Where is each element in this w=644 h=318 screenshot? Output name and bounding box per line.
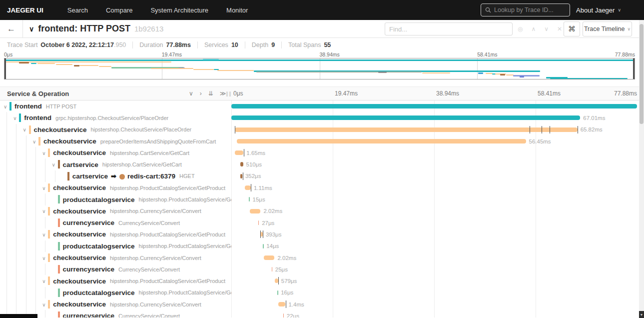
app-brand[interactable]: JAEGER UI [7,6,43,14]
span-name-cell[interactable]: ∨frontendgrpc.hipstershop.CheckoutServic… [0,112,231,124]
service-name: checkoutservice [53,278,106,285]
indent-guide [26,170,26,182]
prev-match-icon[interactable]: ∧ [531,26,536,32]
span-duration-bar[interactable] [240,162,243,166]
span-expand-chevron-icon[interactable]: ∨ [42,278,45,284]
span-expand-chevron-icon[interactable]: ∨ [23,127,26,132]
span-name-cell[interactable]: ∨checkoutservicehipstershop.CurrencyServ… [0,252,231,264]
nav-item-search[interactable]: Search [67,6,88,14]
span-expand-chevron-icon[interactable]: ∨ [3,104,7,109]
indent-guide [16,158,16,170]
span-name-cell[interactable]: ∨checkoutservicehipstershop.ProductCatal… [0,228,231,240]
service-name: checkoutservice [53,184,106,192]
span-duration-bar[interactable] [278,302,286,306]
span-duration-bar[interactable] [264,256,274,260]
span-duration-bar[interactable] [275,278,278,283]
span-expand-chevron-icon[interactable]: ∨ [42,150,45,156]
trace-collapse-toggle-icon[interactable]: ∨ [29,25,34,33]
span-name-cell[interactable]: currencyserviceCurrencyService/Convert [0,264,231,275]
indent-guide [6,124,7,136]
span-expand-chevron-icon[interactable]: ∨ [42,302,45,307]
nav-item-compare[interactable]: Compare [106,6,132,14]
span-name-cell[interactable]: productcatalogservicehipstershop.Product… [0,194,231,205]
nav-item-monitor[interactable]: Monitor [226,6,248,14]
expand-all-icon[interactable]: ≫ [220,90,226,97]
span-name-cell[interactable]: ∨checkoutservicehipstershop.ProductCatal… [0,275,231,286]
match-focus-icon[interactable]: ◎ [518,26,523,32]
span-log-tick [244,149,244,156]
span-name: frontendgrpc.hipstershop.CheckoutService… [24,112,168,124]
minimap-left-handle[interactable] [4,58,6,79]
span-expand-chevron-icon[interactable]: ∨ [42,255,45,260]
span-log-tick [578,126,578,134]
indent-guide [26,194,26,205]
span-duration-bar[interactable] [240,174,242,178]
service-name: checkoutservice [53,230,106,238]
span-duration-bar[interactable] [249,197,250,202]
span-duration-label: 1.4ms [288,298,304,310]
trace-lookup-input[interactable]: Lookup by Trace ID... [481,4,570,16]
span-grid-header: Service & Operation ∨›⇊≫ ∥∥ 0μs19.47ms38… [0,86,644,100]
span-name-cell[interactable]: ∨checkoutserviceprepareOrderItemsAndShip… [0,136,231,147]
span-name-cell[interactable]: currencyserviceCurrencyService/Convert [0,217,231,228]
timeline-minimap[interactable] [4,58,635,80]
span-name-cell[interactable]: productcatalogservicehipstershop.Product… [0,287,231,298]
span-expand-chevron-icon[interactable]: ∨ [42,208,45,214]
span-name-cell[interactable]: ∨checkoutservicehipstershop.ProductCatal… [0,182,231,194]
scrollbar-thumb[interactable] [640,24,644,124]
operation-name: CurrencyService/Convert [118,220,180,226]
vertical-scrollbar[interactable]: ▼ [639,20,644,318]
span-expand-chevron-icon[interactable]: ∨ [32,138,36,144]
keyboard-shortcuts-button[interactable]: ⌘ [564,22,580,36]
service-name: checkoutservice [43,138,96,145]
next-match-icon[interactable]: ∨ [544,26,549,32]
collapse-all-icon[interactable]: ⇊ [208,90,213,97]
operation-name: grpc.hipstershop.CheckoutService/PlaceOr… [55,115,168,121]
span-duration-bar[interactable] [231,116,580,120]
nav-item-system-architecture[interactable]: System Architecture [150,6,208,14]
span-duration-bar[interactable] [277,290,278,295]
span-expand-chevron-icon[interactable]: ∨ [42,185,45,190]
service-color-chip [19,114,21,122]
span-duration-bar[interactable] [245,186,251,190]
span-expand-chevron-icon[interactable]: ∨ [52,162,55,168]
span-name-cell[interactable]: ∨checkoutservicehipstershop.CartService/… [0,147,231,158]
span-name-cell[interactable]: ∨checkoutservicehipstershop.CurrencyServ… [0,206,231,217]
minimap-span-segment [56,64,72,65]
find-input[interactable]: Find... [385,22,513,36]
minimap-right-handle[interactable] [633,58,635,79]
span-duration-bar[interactable] [283,314,284,318]
service-color-chip [58,160,60,168]
search-icon [485,7,491,13]
span-duration-bar[interactable] [235,150,243,155]
span-duration-label: 579μs [281,275,297,286]
span-duration-bar[interactable] [237,139,526,144]
span-name-cell[interactable]: ∨checkoutservicehipstershop.CurrencyServ… [0,298,231,310]
span-duration-bar[interactable] [272,267,273,272]
minimap-span-segment [500,74,505,76]
clear-icon[interactable]: ✕ [557,26,562,32]
span-duration-bar[interactable] [231,104,637,108]
span-name-cell[interactable]: ∨frontendHTTP POST [0,100,231,112]
indent-guide [26,252,26,264]
about-jaeger-menu[interactable]: About Jaeger ∨ [576,0,621,20]
collapse-one-icon[interactable]: ∨ [189,90,193,97]
trace-view-dropdown[interactable]: Trace Timeline ∨ [583,22,632,36]
span-name-cell[interactable]: productcatalogservicehipstershop.Product… [0,240,231,252]
expand-one-icon[interactable]: › [200,90,202,97]
span-duration-bar[interactable] [250,209,260,214]
service-color-chip [58,312,60,318]
span-duration-bar[interactable] [263,244,264,248]
summary-label: Depth [252,42,268,48]
span-name-cell[interactable]: ∨cartservicehipstershop.CartService/GetC… [0,158,231,170]
span-duration-bar[interactable] [235,128,577,132]
span-name-cell[interactable]: ∨checkoutservicehipstershop.CheckoutServ… [0,124,231,136]
back-button[interactable]: ← [0,20,23,38]
span-name-cell[interactable]: cartservice➡redis-cart:6379HGET [0,170,231,182]
span-duration-label: 393μs [266,228,282,240]
span-duration-bar[interactable] [258,220,259,225]
span-expand-chevron-icon[interactable]: ∨ [13,115,16,120]
span-expand-chevron-icon[interactable]: ∨ [42,232,45,237]
service-color-chip [29,126,31,134]
scrollbar-down-button[interactable]: ▼ [639,311,644,318]
